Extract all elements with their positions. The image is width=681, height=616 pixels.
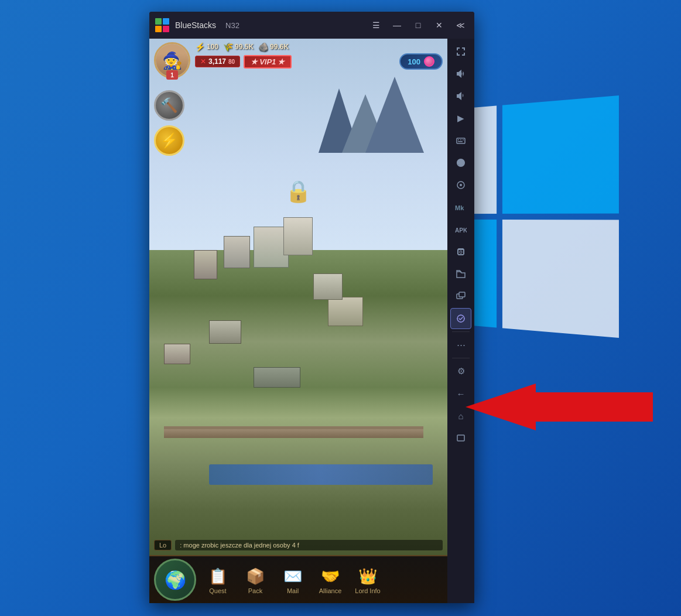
bluestacks-sidebar: ▶ Mk APK — [447, 39, 474, 603]
svg-rect-1 — [155, 18, 162, 25]
window-controls: ☰ — □ ✕ ≪ — [367, 16, 470, 35]
food-icon: 🌾 — [223, 42, 233, 52]
title-bar: BlueStacks N32 ☰ — □ ✕ ≪ — [149, 12, 474, 39]
castle-tower-left — [224, 236, 250, 268]
annotation-arrow — [466, 384, 653, 433]
nav-items: 📋 Quest 📦 Pack ✉️ Mail 🤝 Alliance — [200, 565, 386, 594]
pack-icon: 📦 — [243, 565, 268, 587]
settings-button[interactable]: ⚙ — [450, 361, 471, 382]
player-avatar[interactable]: 🧙 1 — [154, 42, 190, 78]
nav-quest[interactable]: 📋 Quest — [200, 565, 236, 594]
svg-rect-15 — [459, 292, 465, 297]
food-value: 99.5K — [235, 43, 254, 51]
alliance-icon: 🤝 — [318, 565, 343, 587]
multi-instance-button[interactable] — [450, 286, 471, 307]
gem-counter: 100 — [399, 53, 443, 70]
win-pane-bottom-right — [502, 220, 619, 338]
svg-rect-3 — [155, 26, 162, 32]
ground-plane — [149, 250, 447, 555]
macro-button[interactable]: Mk — [450, 197, 471, 218]
alliance-label: Alliance — [319, 587, 342, 594]
water-canal — [209, 464, 433, 485]
collapse-button[interactable]: ≪ — [451, 16, 470, 35]
svg-rect-2 — [163, 18, 169, 25]
hammer-button[interactable]: 🔨 — [154, 90, 184, 121]
svg-rect-16 — [457, 435, 464, 441]
building-2 — [313, 273, 343, 300]
castle-scene: 🔒 — [149, 85, 447, 555]
stamina-stat: ⚡ 100 — [195, 42, 218, 52]
svg-text:APK: APK — [455, 227, 467, 234]
stone-stat: 🪨 99.6K — [258, 42, 289, 52]
building-1 — [194, 250, 217, 279]
quest-label: Quest — [209, 587, 226, 594]
health-icon: ✕ — [200, 57, 206, 66]
sidebar-divider-1 — [452, 331, 470, 332]
outer-wall — [164, 426, 423, 438]
chat-message: : moge zrobic jeszcze dla jednej osoby 4… — [175, 540, 443, 550]
stamina-icon: ⚡ — [195, 42, 205, 52]
gem-orb — [424, 56, 434, 67]
resource-row: ⚡ 100 🌾 99.5K 🪨 99.6K — [195, 42, 443, 52]
menu-button[interactable]: ☰ — [367, 16, 385, 35]
svg-rect-6 — [458, 139, 459, 141]
app-name: BlueStacks — [175, 20, 216, 30]
maximize-button[interactable]: □ — [409, 16, 427, 35]
bluestacks-window: BlueStacks N32 ☰ — □ ✕ ≪ — [149, 12, 474, 603]
food-stat: 🌾 99.5K — [223, 42, 254, 52]
screenshot-button[interactable] — [450, 241, 471, 262]
svg-rect-5 — [457, 138, 465, 143]
svg-point-11 — [460, 184, 462, 186]
game-viewport[interactable]: 🔒 🧙 1 ⚡ 100 — [149, 39, 447, 603]
play-button[interactable]: ▶ — [450, 108, 471, 129]
svg-rect-8 — [463, 139, 464, 141]
bluestacks-logo — [154, 17, 170, 33]
gem-value: 100 — [408, 57, 420, 66]
castle-tower-center — [283, 217, 313, 255]
building-3 — [209, 320, 241, 344]
hud-stats: ⚡ 100 🌾 99.5K 🪨 99.6K — [195, 42, 443, 70]
avatar-level-badge: 1 — [166, 70, 178, 80]
building-5 — [164, 344, 190, 364]
nav-lord-info[interactable]: 👑 Lord Info — [350, 565, 386, 594]
lord-info-label: Lord Info — [355, 587, 380, 594]
main-area: 🔒 🧙 1 ⚡ 100 — [149, 39, 474, 603]
stone-value: 99.6K — [270, 43, 289, 51]
minimize-button[interactable]: — — [388, 16, 406, 35]
gamecontrols-button[interactable] — [450, 174, 471, 196]
health-bar: ✕ 3,117 80 — [195, 56, 240, 67]
chat-tab[interactable]: Lo — [154, 540, 172, 550]
nav-alliance[interactable]: 🤝 Alliance — [312, 565, 348, 594]
keyboard-button[interactable] — [450, 130, 471, 151]
mail-label: Mail — [287, 587, 299, 594]
svg-marker-0 — [466, 384, 653, 430]
nav-mail[interactable]: ✉️ Mail — [275, 565, 311, 594]
world-map-button[interactable]: 🌍 — [154, 559, 196, 601]
pack-label: Pack — [248, 587, 262, 594]
close-button[interactable]: ✕ — [430, 16, 449, 35]
fullscreen-button[interactable] — [450, 41, 471, 62]
gold-button[interactable]: ⚡ — [154, 125, 184, 156]
nav-pack[interactable]: 📦 Pack — [237, 565, 273, 594]
svg-text:Mk: Mk — [455, 204, 464, 211]
instance-name: N32 — [225, 21, 239, 30]
sidebar-divider-2 — [452, 358, 470, 358]
left-action-icons: 🔨 ⚡ — [154, 90, 184, 156]
volume-down-button[interactable] — [450, 85, 471, 107]
more-button[interactable]: ⋯ — [450, 334, 471, 355]
mail-icon: ✉️ — [280, 565, 305, 587]
win-pane-top-right — [502, 95, 619, 214]
quest-icon: 📋 — [206, 565, 230, 587]
chat-message-area: Lo : moge zrobic jeszcze dla jednej osob… — [154, 536, 443, 554]
apk-button[interactable]: APK — [450, 219, 471, 240]
volume-up-button[interactable] — [450, 63, 471, 84]
plaza-ground — [254, 367, 300, 388]
ecocycle-button[interactable] — [450, 308, 471, 329]
rotate-button[interactable] — [450, 152, 471, 173]
media-manager-button[interactable] — [450, 263, 471, 285]
stamina-value: 100 — [207, 43, 218, 51]
health-sub: 80 — [228, 59, 235, 65]
svg-rect-9 — [458, 141, 463, 142]
center-lock-icon: 🔒 — [285, 179, 312, 204]
svg-rect-4 — [163, 26, 169, 32]
